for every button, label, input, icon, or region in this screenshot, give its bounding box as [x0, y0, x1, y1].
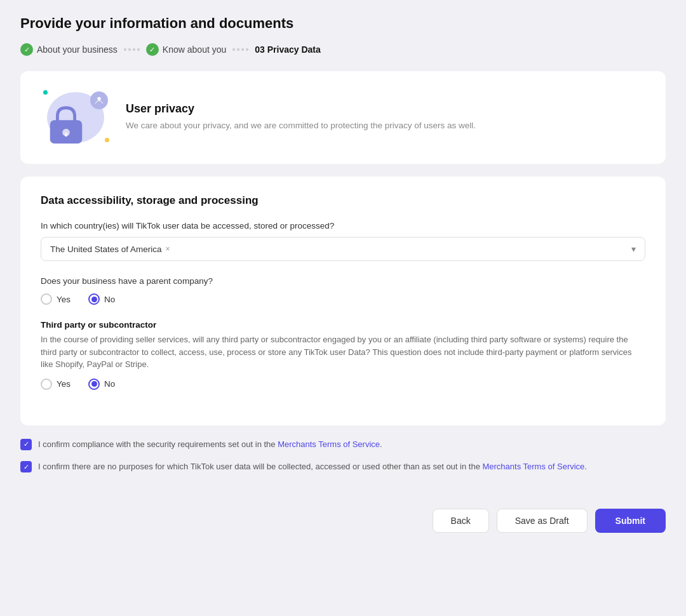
sub-radio-yes-outer	[41, 378, 52, 390]
dot	[137, 48, 140, 51]
dot	[232, 48, 235, 51]
confirm2-link[interactable]: Merchants Terms of Service	[482, 462, 584, 471]
privacy-banner: User privacy We care about your privacy,…	[20, 71, 666, 164]
remove-country-icon[interactable]: ×	[166, 244, 170, 253]
country-select[interactable]: The United States of America × ▾	[41, 237, 645, 261]
radio-no-inner	[91, 297, 97, 302]
checkbox-2-check: ✓	[24, 463, 29, 471]
parent-company-radio-group: Yes No	[41, 293, 645, 305]
step-3: 03 Privacy Data	[255, 44, 321, 55]
step2-label: Know about you	[163, 44, 226, 55]
dot	[128, 48, 131, 51]
privacy-banner-card: User privacy We care about your privacy,…	[20, 71, 666, 164]
dot	[124, 48, 126, 51]
step1-check-icon: ✓	[20, 43, 33, 56]
confirm1-link[interactable]: Merchants Terms of Service	[278, 439, 380, 449]
subcontractor-no-label: No	[104, 379, 115, 389]
privacy-icon-wrap	[41, 89, 111, 146]
svg-point-0	[97, 97, 100, 100]
country-question: In which country(ies) will TikTok user d…	[41, 221, 645, 231]
step3-label: 03 Privacy Data	[255, 44, 321, 55]
checkbox-2[interactable]: ✓	[20, 461, 32, 472]
privacy-text: User privacy We care about your privacy,…	[126, 102, 476, 132]
parent-company-yes-label: Yes	[57, 295, 71, 304]
dot	[246, 48, 248, 51]
confirm-item-2: ✓ I confirm there are no purposes for wh…	[20, 460, 666, 473]
step-dots-2	[232, 48, 248, 51]
user-icon	[90, 91, 108, 109]
dot	[237, 48, 239, 51]
confirmations-section: ✓ I confirm compliance with the security…	[20, 438, 666, 496]
subcontractor-radio-group: Yes No	[41, 378, 645, 390]
parent-company-question: Does your business have a parent company…	[41, 276, 645, 286]
subcontractor-yes-label: Yes	[57, 379, 71, 389]
back-button[interactable]: Back	[433, 509, 489, 533]
save-draft-button[interactable]: Save as Draft	[497, 509, 588, 533]
form-card: Data accessibility, storage and processi…	[20, 177, 666, 425]
radio-yes-outer	[41, 293, 52, 305]
dot	[133, 48, 135, 51]
country-tag: The United States of America ×	[50, 244, 170, 254]
confirm-item-1: ✓ I confirm compliance with the security…	[20, 438, 666, 451]
yellow-dot	[105, 138, 109, 142]
section-title: Data accessibility, storage and processi…	[41, 194, 645, 207]
confirm1-text: I confirm compliance with the security r…	[38, 439, 278, 449]
country-value: The United States of America	[50, 244, 162, 254]
lock-icon	[46, 103, 86, 146]
step2-check-icon: ✓	[146, 43, 159, 56]
step-2: ✓ Know about you	[146, 43, 226, 56]
sub-radio-no-inner	[91, 381, 97, 387]
subcontractor-description: In the course of providing seller servic…	[41, 333, 645, 371]
step-dots-1	[124, 48, 140, 51]
confirm2-text: I confirm there are no purposes for whic…	[38, 462, 482, 471]
checkbox-1-check: ✓	[24, 440, 29, 448]
submit-button[interactable]: Submit	[595, 509, 666, 533]
parent-company-no[interactable]: No	[88, 293, 115, 305]
step1-label: About your business	[37, 44, 118, 55]
parent-company-yes[interactable]: Yes	[41, 293, 71, 305]
sub-radio-no-outer	[88, 378, 100, 390]
privacy-heading: User privacy	[126, 102, 476, 116]
action-bar: Back Save as Draft Submit	[20, 509, 666, 533]
confirm1-suffix: .	[380, 439, 382, 449]
privacy-description: We care about your privacy, and we are c…	[126, 119, 476, 132]
confirm-text-1: I confirm compliance with the security r…	[38, 438, 382, 451]
stepper: ✓ About your business ✓ Know about you 0…	[20, 43, 666, 56]
confirm-text-2: I confirm there are no purposes for whic…	[38, 460, 587, 473]
checkbox-1[interactable]: ✓	[20, 439, 32, 450]
subcontractor-no[interactable]: No	[88, 378, 115, 390]
subcontractor-title: Third party or subcontractor	[41, 320, 645, 330]
dot	[241, 48, 244, 51]
svg-rect-3	[65, 133, 67, 137]
page-title: Provide your information and documents	[20, 15, 666, 32]
radio-no-outer	[88, 293, 100, 305]
teal-dot	[43, 90, 48, 95]
parent-company-no-label: No	[104, 295, 115, 304]
subcontractor-yes[interactable]: Yes	[41, 378, 71, 390]
confirm2-suffix: .	[584, 462, 587, 471]
step-1: ✓ About your business	[20, 43, 118, 56]
chevron-down-icon: ▾	[631, 244, 636, 254]
